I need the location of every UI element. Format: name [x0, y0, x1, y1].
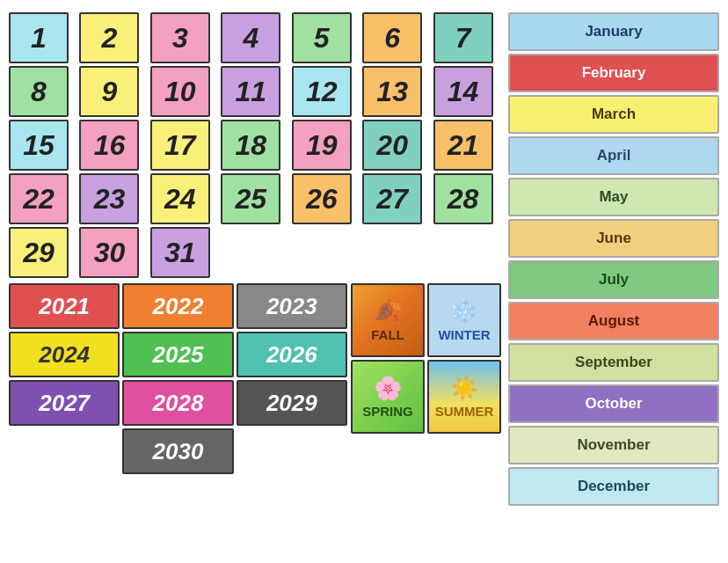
fall-icon: 🍂: [374, 298, 402, 325]
day-cell-27[interactable]: 27: [362, 173, 422, 224]
year-cell-2025[interactable]: 2025: [122, 332, 233, 377]
month-cell-june[interactable]: June: [508, 219, 719, 258]
day-cell-7[interactable]: 7: [433, 12, 493, 63]
day-cell-25[interactable]: 25: [221, 173, 280, 224]
year-cell-2026[interactable]: 2026: [237, 332, 347, 377]
winter-icon: ❄️: [450, 298, 478, 325]
day-cell-30[interactable]: 30: [79, 227, 139, 278]
day-cell-5[interactable]: 5: [292, 12, 352, 63]
day-cell-4[interactable]: 4: [221, 12, 280, 63]
season-row-bottom: 🌸SPRING☀️SUMMER: [351, 360, 501, 434]
year-cell-2024[interactable]: 2024: [9, 332, 120, 377]
month-cell-july[interactable]: July: [508, 260, 719, 299]
day-cell-28[interactable]: 28: [433, 173, 493, 224]
day-cell-24[interactable]: 24: [150, 173, 210, 224]
month-cell-april[interactable]: April: [508, 136, 719, 175]
day-cell-23[interactable]: 23: [79, 173, 139, 224]
day-cell-9[interactable]: 9: [79, 66, 139, 117]
day-cell-6[interactable]: 6: [362, 12, 422, 63]
day-cell-19[interactable]: 19: [292, 120, 352, 171]
right-panel: JanuaryFebruaryMarchAprilMayJuneJulyAugu…: [508, 12, 719, 554]
year-cell-2023[interactable]: 2023: [237, 283, 347, 329]
day-cell-21[interactable]: 21: [433, 120, 493, 171]
winter-label: WINTER: [438, 327, 490, 342]
season-cell-winter[interactable]: ❄️WINTER: [427, 283, 501, 357]
spring-label: SPRING: [362, 404, 413, 419]
summer-icon: ☀️: [450, 375, 478, 402]
month-cell-november[interactable]: November: [508, 426, 719, 464]
day-cell-26[interactable]: 26: [292, 173, 352, 224]
month-cell-august[interactable]: August: [508, 302, 719, 340]
fall-label: FALL: [371, 327, 404, 342]
year-cell-2027[interactable]: 2027: [9, 380, 120, 426]
day-cell-29[interactable]: 29: [9, 227, 69, 278]
day-cell-22[interactable]: 22: [9, 173, 69, 224]
spring-icon: 🌸: [374, 375, 402, 402]
month-cell-october[interactable]: October: [508, 384, 719, 423]
day-cell-20[interactable]: 20: [362, 120, 422, 171]
day-cell-11[interactable]: 11: [221, 66, 280, 117]
month-cell-january[interactable]: January: [508, 12, 719, 51]
day-cell-12[interactable]: 12: [292, 66, 352, 117]
month-cell-may[interactable]: May: [508, 178, 719, 216]
year-cell-2029[interactable]: 2029: [237, 380, 347, 426]
day-cell-16[interactable]: 16: [79, 120, 139, 171]
month-cell-february[interactable]: February: [508, 54, 719, 92]
day-cell-2[interactable]: 2: [79, 12, 139, 63]
day-cell-31[interactable]: 31: [150, 227, 210, 278]
day-cell-15[interactable]: 15: [9, 120, 69, 171]
season-cell-summer[interactable]: ☀️SUMMER: [427, 360, 501, 434]
month-cell-december[interactable]: December: [508, 467, 719, 506]
day-cell-14[interactable]: 14: [433, 66, 493, 117]
year-cell-2030[interactable]: 2030: [122, 428, 233, 474]
month-cell-september[interactable]: September: [508, 343, 719, 382]
year-cell-2022[interactable]: 2022: [122, 283, 233, 329]
season-cell-spring[interactable]: 🌸SPRING: [351, 360, 425, 434]
summer-label: SUMMER: [435, 404, 494, 419]
page: 1234567891011121314151617181920212223242…: [0, 0, 728, 563]
years-grid: 2021202220232024202520262027202820292030: [9, 283, 347, 474]
year-cell-2028[interactable]: 2028: [122, 380, 233, 426]
day-cell-17[interactable]: 17: [150, 120, 210, 171]
year-cell-2021[interactable]: 2021: [9, 283, 120, 329]
day-cell-10[interactable]: 10: [150, 66, 210, 117]
month-cell-march[interactable]: March: [508, 95, 719, 134]
left-panel: 1234567891011121314151617181920212223242…: [9, 12, 501, 554]
season-cell-fall[interactable]: 🍂FALL: [351, 283, 425, 357]
main-area: 1234567891011121314151617181920212223242…: [9, 12, 719, 554]
day-cell-13[interactable]: 13: [362, 66, 422, 117]
day-cell-3[interactable]: 3: [150, 12, 210, 63]
day-cell-18[interactable]: 18: [221, 120, 280, 171]
calendar-grid: 1234567891011121314151617181920212223242…: [9, 12, 501, 278]
day-cell-8[interactable]: 8: [9, 66, 69, 117]
day-cell-1[interactable]: 1: [9, 12, 69, 63]
seasons-wrapper: 🍂FALL❄️WINTER 🌸SPRING☀️SUMMER: [351, 283, 501, 474]
season-row-top: 🍂FALL❄️WINTER: [351, 283, 501, 357]
